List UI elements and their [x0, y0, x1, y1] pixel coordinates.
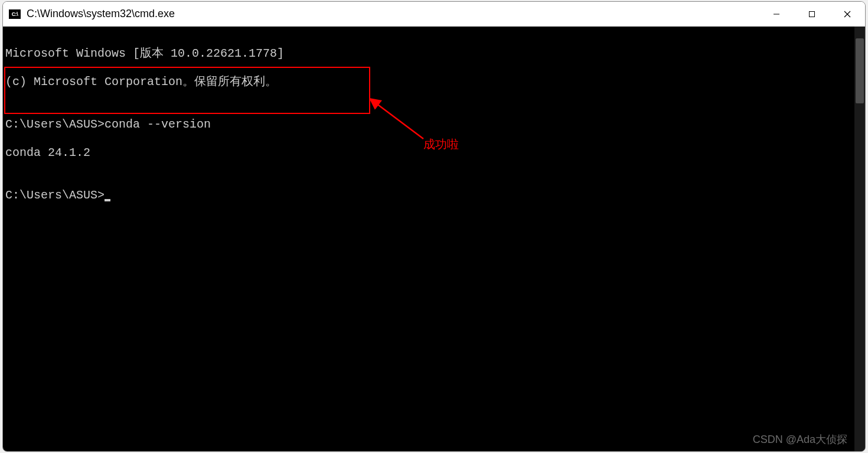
scrollbar-thumb[interactable]: [856, 38, 864, 103]
close-button[interactable]: [830, 2, 865, 26]
cmd-icon: C:\: [9, 9, 21, 19]
terminal-content: Microsoft Windows [版本 10.0.22621.1778] (…: [3, 27, 853, 451]
terminal-line: Microsoft Windows [版本 10.0.22621.1778]: [5, 47, 853, 61]
prompt: C:\Users\ASUS>: [5, 188, 105, 202]
terminal-line: (c) Microsoft Corporation。保留所有权利。: [5, 75, 853, 89]
terminal-prompt-line: C:\Users\ASUS>: [5, 188, 853, 203]
terminal[interactable]: Microsoft Windows [版本 10.0.22621.1778] (…: [3, 27, 865, 451]
window-controls: [759, 2, 865, 26]
scrollbar[interactable]: [854, 27, 865, 451]
titlebar[interactable]: C:\ C:\Windows\system32\cmd.exe: [3, 2, 865, 27]
terminal-prompt-line: C:\Users\ASUS>conda --version: [5, 118, 853, 132]
cmd-window: C:\ C:\Windows\system32\cmd.exe Microsof…: [2, 1, 866, 452]
prompt: C:\Users\ASUS>: [5, 118, 105, 131]
terminal-output: conda 24.1.2: [5, 146, 853, 160]
cursor: [105, 199, 110, 201]
close-icon: [844, 11, 851, 18]
maximize-button[interactable]: [794, 2, 830, 26]
minimize-button[interactable]: [759, 2, 794, 26]
window-title: C:\Windows\system32\cmd.exe: [27, 8, 759, 20]
maximize-icon: [808, 11, 815, 18]
command: conda --version: [105, 118, 211, 131]
minimize-icon: [773, 11, 780, 18]
svg-rect-1: [810, 11, 815, 17]
